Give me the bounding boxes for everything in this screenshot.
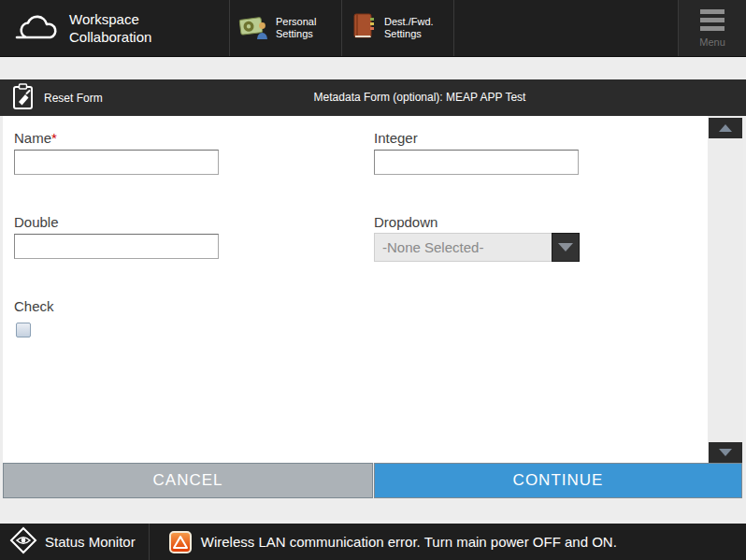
required-asterisk: * (51, 130, 57, 146)
form-header-bar: Reset Form Metadata Form (optional): MEA… (0, 79, 746, 116)
check-field-label: Check (14, 298, 54, 314)
personal-settings-button[interactable]: Personal Settings (229, 0, 341, 56)
cloud-icon (15, 10, 58, 46)
check-checkbox[interactable] (16, 323, 31, 337)
status-bar-divider (149, 524, 150, 560)
form-scrollbar[interactable] (708, 116, 743, 465)
status-monitor-label: Status Monitor (45, 534, 136, 550)
scroll-down-button[interactable] (709, 442, 742, 463)
scroll-up-button[interactable] (709, 118, 742, 138)
personal-settings-icon (238, 11, 270, 45)
app-title-section: Workspace Collaboration (0, 0, 229, 56)
arrow-down-icon (719, 449, 732, 456)
status-message: Wireless LAN communication error. Turn m… (201, 534, 617, 550)
device-screen: Workspace Collaboration Personal Setting… (0, 0, 746, 560)
metadata-form-title: Metadata Form (optional): MEAP APP Test (93, 79, 746, 116)
name-field-label: Name* (14, 130, 57, 146)
status-monitor-eye-icon (9, 526, 37, 558)
warning-triangle-icon (169, 531, 192, 553)
hamburger-icon (700, 9, 724, 31)
chevron-down-icon (558, 243, 573, 251)
app-bar-spacer (453, 0, 678, 56)
double-field-label: Double (14, 214, 59, 230)
status-monitor-button[interactable]: Status Monitor (0, 524, 149, 560)
menu-label: Menu (699, 36, 725, 48)
dest-fwd-settings-label: Dest./Fwd. Settings (384, 16, 438, 40)
arrow-up-icon (719, 124, 732, 132)
personal-settings-label: Personal Settings (276, 16, 330, 40)
continue-button[interactable]: CONTINUE (374, 463, 742, 498)
reset-form-icon (11, 82, 36, 114)
cancel-button[interactable]: CANCEL (3, 463, 373, 498)
reset-form-button[interactable]: Reset Form (11, 79, 103, 116)
app-title: Workspace Collaboration (69, 10, 170, 46)
menu-button[interactable]: Menu (678, 0, 746, 56)
dropdown-select[interactable]: -None Selected- (374, 233, 580, 262)
integer-input[interactable] (374, 150, 579, 175)
name-input[interactable] (14, 150, 219, 175)
double-input[interactable] (14, 234, 219, 259)
dropdown-field-label: Dropdown (374, 214, 438, 230)
dest-fwd-settings-button[interactable]: Dest./Fwd. Settings (341, 0, 453, 56)
dropdown-selected-value: -None Selected- (374, 233, 552, 262)
app-bar: Workspace Collaboration Personal Setting… (0, 0, 746, 57)
dropdown-open-button[interactable] (552, 233, 580, 262)
address-book-icon (351, 11, 379, 45)
integer-field-label: Integer (374, 130, 418, 146)
status-bar: Status Monitor Wireless LAN communicatio… (0, 524, 746, 560)
